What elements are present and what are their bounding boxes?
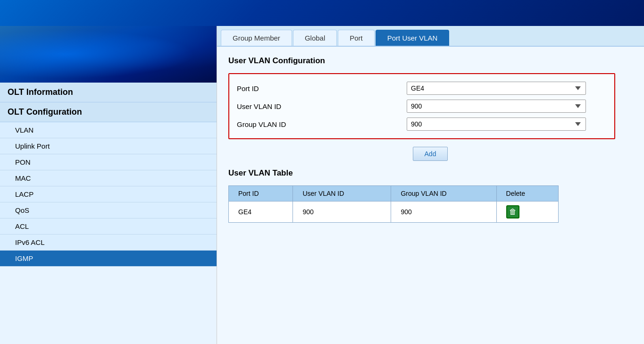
sidebar-header: [0, 26, 217, 83]
main-layout: OLT Information OLT Configuration VLAN U…: [0, 26, 644, 344]
add-button[interactable]: Add: [413, 147, 448, 161]
sidebar-item-uplink-port[interactable]: Uplink Port: [0, 138, 217, 154]
group-vlan-id-row: Group VLAN ID 900 901 902 903: [237, 117, 607, 131]
tab-group-member[interactable]: Group Member: [221, 30, 292, 46]
config-box: Port ID GE1 GE2 GE3 GE4 GE5 GE6 GE7 GE8 …: [228, 73, 615, 139]
sidebar-item-mac[interactable]: MAC: [0, 170, 217, 186]
sidebar-item-acl[interactable]: ACL: [0, 218, 217, 235]
sidebar-item-olt-information[interactable]: OLT Information: [0, 83, 217, 102]
table-section-title: User VLAN Table: [228, 168, 633, 178]
table-row: GE4 900 900 🗑: [229, 201, 559, 223]
header: [0, 0, 644, 26]
user-vlan-id-label: User VLAN ID: [237, 102, 407, 110]
col-user-vlan-id: User VLAN ID: [293, 186, 391, 201]
port-id-row: Port ID GE1 GE2 GE3 GE4 GE5 GE6 GE7 GE8: [237, 82, 607, 95]
sidebar-item-pon[interactable]: PON: [0, 154, 217, 170]
cell-user-vlan-id: 900: [293, 201, 391, 223]
content-body: User VLAN Configuration Port ID GE1 GE2 …: [217, 47, 644, 232]
config-section-title: User VLAN Configuration: [228, 56, 633, 66]
user-vlan-id-row: User VLAN ID 900 901 902 903: [237, 100, 607, 113]
vlan-table: Port ID User VLAN ID Group VLAN ID Delet…: [228, 185, 559, 223]
col-group-vlan-id: Group VLAN ID: [391, 186, 496, 201]
table-header-row: Port ID User VLAN ID Group VLAN ID Delet…: [229, 186, 559, 201]
tabs-bar: Group Member Global Port Port User VLAN: [217, 26, 644, 47]
delete-button[interactable]: 🗑: [506, 205, 519, 218]
sidebar-item-olt-configuration[interactable]: OLT Configuration: [0, 102, 217, 122]
user-vlan-id-select[interactable]: 900 901 902 903: [407, 100, 586, 113]
sidebar: OLT Information OLT Configuration VLAN U…: [0, 26, 217, 344]
tab-global[interactable]: Global: [293, 30, 337, 46]
sidebar-nav: OLT Information OLT Configuration VLAN U…: [0, 83, 217, 267]
col-delete: Delete: [496, 186, 558, 201]
sidebar-bg: [0, 26, 217, 83]
sidebar-item-ipv6-acl[interactable]: IPv6 ACL: [0, 235, 217, 251]
cell-group-vlan-id: 900: [391, 201, 496, 223]
cell-delete: 🗑: [496, 201, 558, 223]
cell-port-id: GE4: [229, 201, 293, 223]
col-port-id: Port ID: [229, 186, 293, 201]
sidebar-item-igmp[interactable]: IGMP: [0, 251, 217, 267]
content: Group Member Global Port Port User VLAN …: [217, 26, 644, 344]
port-id-label: Port ID: [237, 84, 407, 92]
sidebar-item-lacp[interactable]: LACP: [0, 186, 217, 202]
group-vlan-id-select[interactable]: 900 901 902 903: [407, 117, 586, 131]
add-button-row: Add: [228, 147, 632, 161]
port-id-select[interactable]: GE1 GE2 GE3 GE4 GE5 GE6 GE7 GE8: [407, 82, 586, 95]
tab-port-user-vlan[interactable]: Port User VLAN: [376, 30, 450, 46]
sidebar-item-vlan[interactable]: VLAN: [0, 122, 217, 138]
group-vlan-id-label: Group VLAN ID: [237, 120, 407, 128]
sidebar-item-qos[interactable]: QoS: [0, 202, 217, 218]
tab-port[interactable]: Port: [338, 30, 375, 46]
